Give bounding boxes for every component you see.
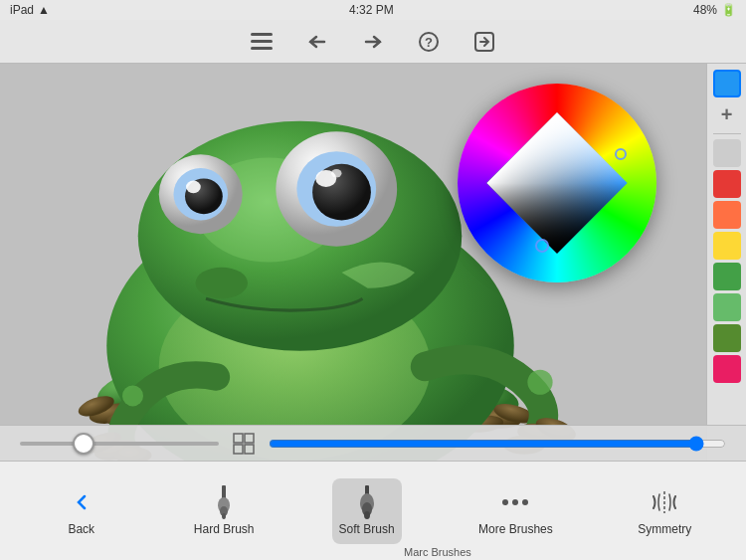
help-button[interactable]: ? [411, 24, 447, 60]
svg-point-35 [122, 385, 143, 406]
share-button[interactable] [466, 24, 502, 60]
battery-label: 48% [693, 3, 717, 17]
color-wheel-ring[interactable] [458, 84, 656, 282]
device-label: iPad [10, 3, 34, 17]
brush-opacity-slider[interactable] [269, 436, 726, 452]
color-swatch-orange[interactable] [713, 201, 741, 229]
soft-brush-icon [357, 486, 377, 518]
top-toolbar: ? [0, 20, 746, 64]
color-swatch-green[interactable] [713, 263, 741, 290]
status-left: iPad ▲ [10, 3, 50, 17]
undo-button[interactable] [299, 24, 335, 60]
svg-point-49 [512, 499, 518, 505]
grid-toggle-button[interactable] [229, 429, 259, 459]
marc-brushes-label: Marc Brushes [404, 546, 471, 558]
status-right: 48% 🔋 [693, 3, 736, 17]
symmetry-icon [650, 486, 679, 518]
svg-rect-37 [245, 434, 254, 443]
svg-rect-36 [234, 434, 243, 443]
svg-rect-39 [245, 445, 254, 454]
color-indicator-bottom[interactable] [535, 239, 549, 253]
status-bar: iPad ▲ 4:32 PM 48% 🔋 [0, 0, 746, 20]
svg-point-48 [502, 499, 508, 505]
svg-rect-38 [234, 445, 243, 454]
color-swatch-light-green[interactable] [713, 293, 741, 321]
svg-rect-1 [251, 40, 273, 43]
color-swatch-pink[interactable] [713, 355, 741, 383]
add-color-button[interactable]: + [713, 100, 741, 128]
color-indicator-right[interactable] [615, 148, 627, 160]
back-label: Back [68, 522, 94, 536]
more-brushes-tool[interactable]: More Brushes [474, 478, 557, 544]
back-tool[interactable]: Back [47, 478, 116, 544]
svg-rect-2 [251, 47, 273, 50]
svg-point-47 [364, 511, 370, 519]
battery-icon: 🔋 [721, 3, 736, 17]
color-swatch-blue[interactable] [713, 70, 741, 97]
hard-brush-tool[interactable]: Hard Brush [189, 478, 259, 544]
svg-rect-40 [222, 485, 226, 499]
slider-bar [0, 425, 746, 461]
wifi-icon: ▲ [38, 3, 50, 17]
svg-rect-0 [251, 33, 273, 36]
more-brushes-label: More Brushes [478, 522, 553, 536]
color-square[interactable] [486, 112, 627, 253]
svg-point-34 [527, 370, 552, 395]
color-wheel[interactable] [458, 84, 656, 282]
svg-point-50 [522, 499, 528, 505]
color-swatch-dark-green[interactable] [713, 324, 741, 352]
brush-size-left-slider[interactable] [20, 442, 219, 446]
bottom-toolbar: Back Hard Brush Soft Brush [0, 461, 746, 560]
more-brushes-icon [501, 486, 529, 518]
hard-brush-label: Hard Brush [194, 522, 255, 536]
menu-button[interactable] [244, 24, 280, 60]
symmetry-label: Symmetry [638, 522, 691, 536]
time-display: 4:32 PM [349, 3, 394, 17]
soft-brush-label: Soft Brush [339, 522, 395, 536]
color-palette-sidebar: + [706, 64, 746, 461]
color-swatch-red[interactable] [713, 170, 741, 198]
svg-text:?: ? [425, 35, 433, 50]
symmetry-tool[interactable]: Symmetry [630, 478, 699, 544]
svg-point-43 [222, 513, 226, 519]
canvas-area[interactable] [0, 64, 746, 461]
svg-point-24 [196, 268, 249, 299]
svg-point-29 [331, 169, 342, 177]
color-swatch-yellow[interactable] [713, 232, 741, 260]
soft-brush-tool[interactable]: Soft Brush [332, 478, 402, 544]
color-swatch-gray[interactable] [713, 139, 741, 167]
back-icon [70, 486, 93, 518]
hard-brush-icon [214, 486, 234, 518]
color-square-container[interactable] [492, 118, 622, 248]
svg-point-33 [186, 181, 201, 194]
redo-button[interactable] [355, 24, 391, 60]
